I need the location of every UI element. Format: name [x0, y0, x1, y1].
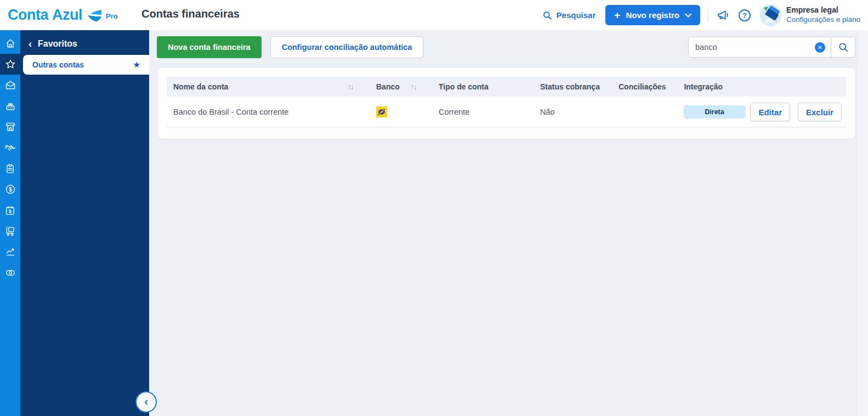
favorites-panel: ‹ Favoritos Outras contas ★ ‹ [20, 30, 149, 416]
handshake-icon [4, 142, 16, 154]
table-search-input[interactable] [689, 37, 831, 57]
main-content: Nova conta financeira Configurar concili… [149, 30, 857, 416]
chevron-left-icon: ‹ [144, 396, 148, 407]
link-icon [5, 267, 16, 278]
chevron-down-icon [685, 13, 691, 18]
edit-button[interactable]: Editar [750, 103, 790, 121]
star-filled-icon[interactable]: ★ [133, 60, 140, 70]
global-search-label: Pesquisar [557, 10, 596, 20]
configure-reconciliation-button[interactable]: Configurar conciliação automática [270, 36, 424, 58]
plus-icon: + [614, 10, 620, 20]
sidebar-item-clipboard[interactable] [0, 158, 20, 179]
top-header: Conta Azul Pro Contas financeiras Pesqui… [0, 0, 868, 30]
table-search-group: ✕ [688, 37, 855, 58]
column-header-banco: Banco [376, 82, 400, 91]
banco-do-brasil-logo [376, 106, 387, 117]
delivery-cart-icon [5, 226, 16, 237]
logo-text-azul: Azul [52, 7, 82, 24]
account-type: Corrente [420, 108, 521, 116]
svg-text:?: ? [742, 12, 747, 19]
sidebar-item-favorites[interactable] [0, 54, 20, 75]
account-name: Banco do Brasil - Conta corrente [173, 108, 288, 116]
help-icon: ? [738, 9, 751, 22]
inbox-icon [5, 80, 16, 91]
column-header-status: Status cobrança [540, 82, 600, 91]
favorites-title: Favoritos [38, 39, 77, 49]
company-block: Empresa legal Configurações e plano [786, 5, 860, 24]
sidebar-item-reports[interactable] [0, 241, 20, 262]
sidebar-item-store[interactable] [0, 116, 20, 137]
sidebar-item-delivery[interactable] [0, 221, 20, 241]
megaphone-icon [716, 8, 730, 22]
global-search-button[interactable]: Pesquisar [542, 10, 596, 20]
search-icon [542, 10, 552, 20]
clipboard-icon [5, 164, 15, 174]
favorites-item-label: Outras contas [32, 60, 84, 69]
dollar-coin-icon: $ [5, 184, 16, 195]
logo-text-conta: Conta [8, 7, 48, 24]
sidebar-rail: $ $ [0, 30, 20, 416]
svg-text:$: $ [9, 187, 12, 193]
header-actions: Pesquisar + Novo registro ? [542, 0, 860, 30]
accounts-table-card: Nome da conta ↑↓ Banco ↑↓ Tipo de conta … [158, 68, 855, 139]
sidebar-item-calendar-money[interactable]: $ [0, 200, 20, 221]
header-divider [708, 8, 708, 23]
sort-icon[interactable]: ↑↓ [411, 82, 416, 91]
submit-search-button[interactable] [831, 37, 855, 57]
company-name: Empresa legal [786, 5, 860, 15]
store-icon [5, 121, 16, 132]
sort-icon[interactable]: ↑↓ [348, 82, 353, 91]
star-icon [5, 59, 16, 70]
avatar[interactable] [759, 4, 781, 26]
calendar-dollar-icon: $ [5, 205, 15, 216]
favorites-header[interactable]: ‹ Favoritos [20, 30, 149, 49]
collapse-sidebar-button[interactable]: ‹ [135, 391, 157, 413]
sidebar-item-cash-register[interactable] [0, 95, 20, 116]
sidebar-item-integrations[interactable] [0, 262, 20, 283]
new-record-button[interactable]: + Novo registro [605, 5, 700, 25]
billing-status: Não [521, 108, 600, 116]
sidebar-item-outras-contas[interactable]: Outras contas ★ [23, 55, 149, 75]
contaazul-logo[interactable]: Conta Azul Pro [8, 7, 118, 24]
scrollbar[interactable] [857, 30, 868, 416]
chevron-left-icon: ‹ [29, 40, 32, 48]
table-row: Banco do Brasil - Conta corrente Corrent… [167, 97, 846, 127]
sidebar-item-handshake[interactable] [0, 137, 20, 158]
column-header-conciliacoes: Conciliações [619, 82, 666, 91]
column-header-tipo: Tipo de conta [439, 82, 489, 91]
home-icon [5, 38, 16, 49]
toolbar: Nova conta financeira Configurar concili… [149, 30, 857, 58]
cash-register-icon [5, 100, 16, 111]
sidebar-item-inbox[interactable] [0, 75, 20, 95]
page-title: Contas financeiras [141, 8, 240, 20]
delete-button[interactable]: Excluir [798, 103, 842, 121]
row-actions: Editar Excluir [750, 103, 842, 121]
sidebar-item-money[interactable]: $ [0, 179, 20, 200]
line-chart-icon [5, 246, 16, 257]
logo-pro-label: Pro [106, 12, 118, 20]
table-header-row: Nome da conta ↑↓ Banco ↑↓ Tipo de conta … [167, 77, 846, 97]
announcements-button[interactable] [716, 8, 730, 22]
company-settings-link[interactable]: Configurações e plano [786, 15, 860, 25]
new-account-button[interactable]: Nova conta financeira [157, 36, 262, 58]
clear-search-icon[interactable]: ✕ [815, 42, 825, 53]
column-header-integracao: Integração [684, 82, 723, 91]
integration-badge: Direta [684, 105, 745, 119]
svg-text:$: $ [9, 209, 12, 214]
column-header-nome: Nome da conta [173, 82, 228, 91]
search-icon [838, 42, 849, 53]
sidebar-item-home[interactable] [0, 33, 20, 54]
avatar-illustration [759, 4, 781, 26]
contaazul-mark-icon [87, 9, 102, 22]
new-record-label: Novo registro [626, 10, 679, 20]
help-button[interactable]: ? [738, 9, 751, 22]
